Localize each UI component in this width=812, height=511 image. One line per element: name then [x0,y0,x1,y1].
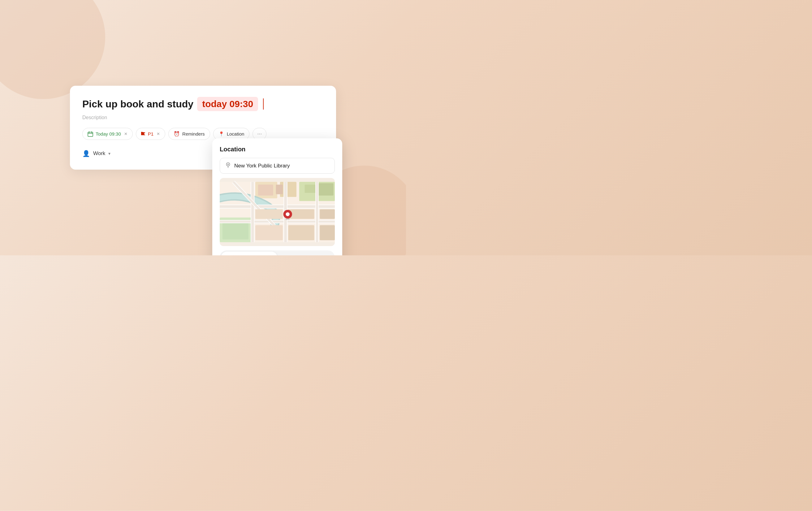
map-container [220,178,335,246]
pill-priority-label: P1 [148,131,153,137]
pill-priority-remove[interactable]: ✕ [156,132,160,136]
chevron-down-icon: ▾ [108,151,111,156]
svg-rect-15 [318,183,334,196]
svg-rect-29 [288,209,314,219]
arriving-button[interactable]: Arriving [221,252,277,255]
location-icon-small: 📍 [219,131,224,137]
leaving-button[interactable]: Leaving [277,252,334,255]
svg-rect-0 [88,132,93,137]
alarm-icon: ⏰ [174,131,180,137]
location-popup: Location [212,138,342,255]
location-search-box[interactable] [220,158,335,174]
task-card: Pick up book and study today 09:30 Descr… [70,86,336,170]
search-pin-icon [225,162,231,170]
svg-rect-35 [276,184,283,194]
svg-point-38 [286,212,289,216]
pill-priority[interactable]: P1 ✕ [136,128,165,140]
pill-reminders-label: Reminders [182,131,205,137]
svg-rect-28 [255,209,283,219]
pill-date[interactable]: Today 09:30 ✕ [82,128,133,140]
location-popup-title: Location [220,146,335,153]
task-description[interactable]: Description [82,115,324,120]
svg-rect-30 [255,225,283,240]
calendar-icon [88,131,93,137]
arrival-toggle-row: Arriving Leaving [220,250,335,255]
pill-location-label: Location [227,131,244,137]
pill-date-remove[interactable]: ✕ [124,132,127,136]
task-title-text: Pick up book and study [82,98,194,110]
cursor-line [263,98,264,110]
svg-rect-32 [320,209,335,219]
location-search-input[interactable] [234,163,329,169]
assignee-label: Work [93,150,105,157]
svg-rect-31 [288,225,314,240]
pill-date-label: Today 09:30 [96,131,121,137]
svg-rect-10 [223,222,249,239]
pill-reminders[interactable]: ⏰ Reminders [168,128,210,140]
svg-rect-33 [320,225,335,240]
svg-point-6 [227,164,229,165]
task-time-badge[interactable]: today 09:30 [197,97,258,111]
svg-rect-14 [305,184,316,193]
flag-icon [141,132,145,136]
task-title-row: Pick up book and study today 09:30 [82,97,324,111]
svg-rect-34 [258,184,273,195]
person-icon: 👤 [82,150,90,157]
